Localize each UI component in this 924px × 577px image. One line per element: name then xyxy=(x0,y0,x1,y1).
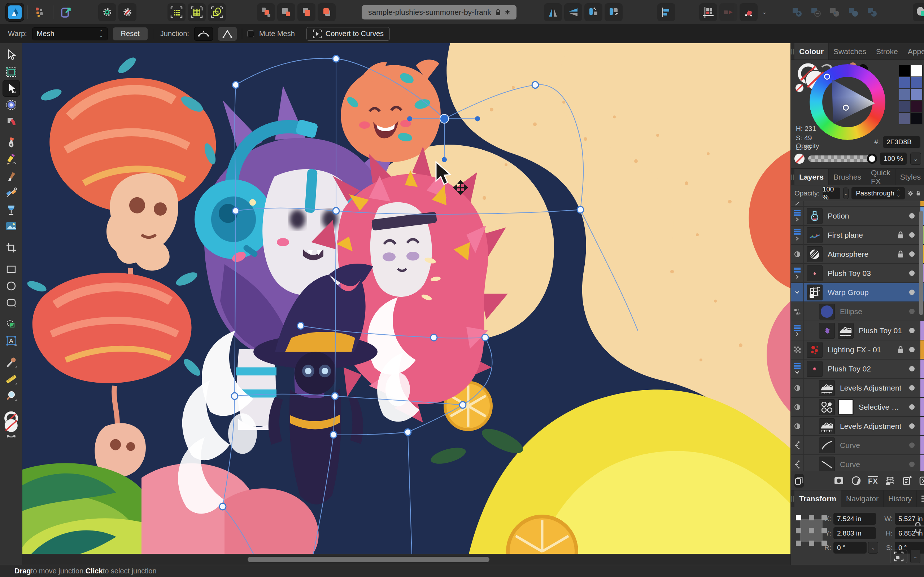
layer-thumbnail[interactable] xyxy=(807,227,822,243)
layer-gutter[interactable] xyxy=(791,340,804,359)
boolean-combine-icon[interactable] xyxy=(863,3,881,21)
mesh-node[interactable] xyxy=(220,503,226,509)
layer-thumbnail[interactable] xyxy=(819,304,835,319)
canvas-hscroll-thumb[interactable] xyxy=(247,557,489,562)
visibility-dot[interactable] xyxy=(909,251,914,257)
document-title[interactable]: sample-plushies-summoner-by-frank xyxy=(362,5,517,19)
pen-tool[interactable] xyxy=(3,135,20,152)
mesh-node[interactable] xyxy=(231,393,238,399)
layer-extra-thumbnail[interactable] xyxy=(838,323,854,338)
colour-picker-tool[interactable] xyxy=(3,354,20,371)
layer-gutter[interactable] xyxy=(791,245,804,263)
tab-history[interactable]: History xyxy=(884,490,917,507)
crop-tool[interactable] xyxy=(3,239,20,256)
layer-extra-thumbnail[interactable] xyxy=(838,399,854,415)
layer-gutter[interactable] xyxy=(791,206,804,225)
snapping-magnet-icon[interactable] xyxy=(740,3,758,21)
arrange-front-icon[interactable] xyxy=(318,3,336,21)
layer-thumbnail[interactable] xyxy=(807,361,822,377)
opacity-dropdown-caret[interactable]: ⌄ xyxy=(910,153,921,165)
visibility-dot[interactable] xyxy=(909,271,914,276)
tab-transform[interactable]: Transform xyxy=(795,490,842,507)
visibility-dot[interactable] xyxy=(909,385,914,390)
opacity-value[interactable]: 100 % xyxy=(880,153,907,165)
rotate-cw-icon[interactable] xyxy=(604,3,623,21)
place-image-tool[interactable] xyxy=(3,218,20,234)
vector-brush-tool[interactable] xyxy=(3,168,20,185)
pencil-tool[interactable] xyxy=(3,152,20,168)
mesh-nodes[interactable] xyxy=(220,56,584,510)
layer-gutter[interactable] xyxy=(791,283,804,301)
mesh-node[interactable] xyxy=(332,393,338,399)
tab-swatches[interactable]: Swatches xyxy=(829,43,871,60)
rounded-rectangle-tool[interactable] xyxy=(3,294,20,311)
swatch[interactable] xyxy=(911,65,922,77)
tab-appearance[interactable]: Appearance xyxy=(903,43,924,60)
triangle-marker[interactable] xyxy=(843,105,849,111)
move-tool[interactable] xyxy=(3,47,20,63)
layer-lock-icon[interactable] xyxy=(916,189,921,198)
boolean-subtract-icon[interactable] xyxy=(807,3,825,21)
layer-row-plush-toy-01[interactable]: Plush Toy 01 xyxy=(791,321,924,340)
mesh-node[interactable] xyxy=(233,207,239,214)
layer-row-first-plane[interactable]: First plane xyxy=(791,226,924,245)
layer-row-atmosphere[interactable]: Atmosphere xyxy=(791,245,924,264)
mesh-node[interactable] xyxy=(577,206,584,213)
duplicate-layers-icon[interactable] xyxy=(795,474,804,488)
layer-gutter[interactable] xyxy=(791,455,804,471)
opacity-slider[interactable] xyxy=(808,155,876,162)
settings-gear-off-icon[interactable] xyxy=(118,3,136,21)
settings-gear-on-icon[interactable] xyxy=(98,3,116,21)
add-layer-icon[interactable] xyxy=(902,475,912,486)
swatch[interactable] xyxy=(899,89,911,101)
mesh-node[interactable] xyxy=(482,334,488,341)
rotate-ccw-icon[interactable] xyxy=(584,3,603,21)
alignment-icon[interactable] xyxy=(657,3,675,21)
layer-row-selective-colour-ac[interactable]: Selective Colour Ac xyxy=(791,398,924,417)
tab-colour[interactable]: Colour xyxy=(795,43,829,60)
colour-wheel[interactable] xyxy=(809,64,885,140)
boolean-divide-icon[interactable] xyxy=(844,3,862,21)
junction-sharp-button[interactable] xyxy=(218,27,237,41)
node-tool[interactable] xyxy=(3,80,20,97)
mesh-node[interactable] xyxy=(333,207,339,214)
layer-thumbnail[interactable] xyxy=(819,380,835,396)
layer-gutter[interactable] xyxy=(791,417,804,435)
layer-thumbnail[interactable] xyxy=(819,418,835,434)
layer-row-warp-group[interactable]: Warp Group xyxy=(791,283,924,302)
rectangle-tool[interactable] xyxy=(3,261,20,278)
fill-tool[interactable] xyxy=(3,201,20,218)
layer-thumbnail[interactable] xyxy=(807,342,822,358)
layer-row-curve[interactable]: Curve xyxy=(791,455,924,471)
visibility-dot[interactable] xyxy=(909,404,914,410)
shape-builder-tool[interactable] xyxy=(3,316,20,332)
power-duplicate-icon[interactable] xyxy=(719,3,737,21)
mesh-node[interactable] xyxy=(532,82,538,88)
mute-mesh-checkbox[interactable] xyxy=(247,30,254,37)
layer-row-ellipse[interactable]: Ellipse xyxy=(791,302,924,321)
mesh-selected-node[interactable] xyxy=(407,114,480,162)
mesh-warp-overlay[interactable] xyxy=(23,43,790,565)
tab-brushes[interactable]: Brushes xyxy=(829,169,866,185)
mesh-node[interactable] xyxy=(333,56,339,62)
visibility-dot[interactable] xyxy=(909,213,914,219)
panel-grip[interactable]: || xyxy=(791,490,795,507)
lock-icon[interactable] xyxy=(897,231,904,239)
layer-thumbnail[interactable] xyxy=(807,208,822,224)
layer-gutter[interactable] xyxy=(791,398,804,416)
hex-input[interactable]: 2F3D8B xyxy=(883,136,921,148)
flip-horizontal-icon[interactable] xyxy=(544,3,562,21)
layer-gutter[interactable] xyxy=(791,436,804,455)
junction-smooth-button[interactable] xyxy=(194,27,213,41)
snapping-dropdown-caret[interactable]: ⌄ xyxy=(758,3,771,21)
layer-row-lighting-fx-01[interactable]: Lighting FX - 01 xyxy=(791,340,924,359)
boolean-add-icon[interactable] xyxy=(788,3,806,21)
tab-stroke[interactable]: Stroke xyxy=(871,43,903,60)
layers-opacity-value[interactable]: 100 % xyxy=(822,187,840,199)
add-pixel-layer-icon[interactable] xyxy=(919,475,924,486)
warp-type-select[interactable]: Mesh ⌃⌄ xyxy=(32,27,108,40)
mesh-node[interactable] xyxy=(233,82,239,88)
swatch[interactable] xyxy=(911,77,922,89)
layer-thumbnail[interactable] xyxy=(807,285,822,300)
zoom-tool[interactable] xyxy=(3,387,20,404)
